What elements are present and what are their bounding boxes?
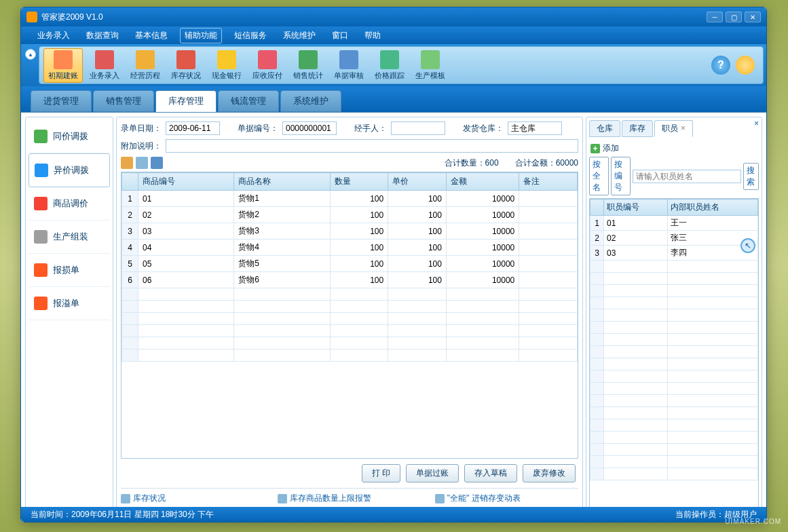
ribbon-item[interactable]: 价格跟踪 [371, 49, 409, 82]
quick-link[interactable]: 库存状况 [121, 493, 264, 504]
ribbon-label: 销售统计 [293, 71, 323, 81]
total-qty-value: 600 [485, 158, 499, 168]
sidebar-icon [34, 130, 48, 143]
grid-header[interactable]: 数量 [330, 173, 388, 191]
sidebar-item[interactable]: 商品调价 [29, 187, 110, 221]
table-row[interactable]: 101王一 [590, 216, 758, 231]
menu-item[interactable]: 数据查询 [82, 28, 123, 43]
table-row[interactable]: 303李四 [590, 246, 758, 261]
list-icon[interactable] [136, 157, 148, 169]
handler-input[interactable] [391, 121, 445, 135]
menu-item[interactable]: 基本信息 [131, 28, 172, 43]
refresh-icon[interactable] [736, 56, 755, 75]
search-button[interactable]: 搜索 [743, 163, 759, 190]
table-row[interactable]: 606货物610010010000 [122, 272, 578, 288]
discard-button[interactable]: 废弃修改 [523, 464, 576, 482]
sidebar-item[interactable]: 报溢单 [29, 287, 110, 320]
ribbon-icon [217, 50, 236, 69]
menu-item[interactable]: 辅助功能 [180, 28, 222, 43]
main-tab[interactable]: 库存管理 [155, 90, 217, 112]
filter-fullname-button[interactable]: 按全名 [589, 157, 609, 195]
handler-label: 经手人： [354, 123, 387, 134]
warehouse-input[interactable] [508, 121, 562, 135]
grid-header[interactable]: 商品编号 [138, 173, 234, 191]
note-input[interactable] [166, 139, 578, 153]
main-tab[interactable]: 销售管理 [93, 90, 154, 112]
table-row[interactable]: 101货物110010010000 [122, 191, 578, 207]
ribbon-item[interactable]: 初期建账 [43, 48, 83, 83]
help-icon[interactable]: ? [711, 56, 730, 75]
ribbon-item[interactable]: 库存状况 [167, 49, 205, 82]
ribbon-item[interactable]: 单据审核 [330, 49, 368, 82]
staff-grid[interactable]: 职员编号内部职员姓名101王一202张三303李四 ↖ [589, 198, 759, 521]
add-button[interactable]: + 添加 [589, 140, 759, 157]
close-button[interactable]: ✕ [745, 12, 761, 22]
building-icon[interactable] [121, 157, 133, 169]
sidebar-item[interactable]: 同价调拨 [29, 120, 110, 153]
ribbon-item[interactable]: 现金银行 [208, 49, 246, 82]
ribbon-item[interactable]: 业务录入 [86, 49, 124, 82]
table-row[interactable]: 404货物410010010000 [122, 240, 578, 256]
grid-header[interactable]: 备注 [519, 173, 578, 191]
grid-header[interactable]: 职员编号 [604, 200, 668, 216]
menu-item[interactable]: 业务录入 [33, 28, 74, 43]
menu-item[interactable]: 系统维护 [279, 28, 320, 43]
lookup-tab[interactable]: 仓库 [589, 120, 620, 137]
quick-link[interactable]: "全能" 进销存变动表 [435, 493, 578, 504]
print-button[interactable]: 打 印 [362, 464, 400, 482]
quick-link[interactable]: 库存商品数量上限报警 [278, 493, 421, 504]
link-label: 库存商品数量上限报警 [290, 493, 371, 504]
table-row[interactable]: 202货物210010010000 [122, 207, 578, 223]
watermark: UIMAKER.COM [725, 518, 781, 525]
main-tab[interactable]: 系统维护 [280, 90, 341, 112]
sidebar-item[interactable]: 异价调拨 [29, 153, 110, 187]
menubar: 业务录入数据查询基本信息辅助功能短信服务系统维护窗口帮助 [21, 26, 766, 44]
post-button[interactable]: 单据过账 [406, 464, 459, 482]
status-time: 当前时间：2009年06月11日 星期四 18时30分 下午 [31, 509, 214, 520]
ribbon-item[interactable]: 应收应付 [248, 49, 286, 82]
ribbon-collapse-icon[interactable]: ▲ [25, 49, 36, 60]
search-input[interactable] [633, 170, 741, 183]
person-icon[interactable] [151, 157, 163, 169]
date-input[interactable] [166, 121, 220, 135]
main-tab[interactable]: 钱流管理 [218, 90, 279, 112]
tab-close-icon[interactable]: × [681, 124, 686, 133]
table-row[interactable]: 303货物310010010000 [122, 223, 578, 240]
table-row[interactable]: 505货物510010010000 [122, 256, 578, 272]
ribbon-icon [258, 50, 277, 69]
link-label: 库存状况 [133, 493, 166, 504]
draft-button[interactable]: 存入草稿 [464, 464, 517, 482]
grid-header[interactable] [122, 173, 138, 191]
ribbon-item[interactable]: 生产模板 [411, 49, 449, 82]
minimize-button[interactable]: ─ [707, 12, 723, 22]
content-area: 同价调拨异价调拨商品调价生产组装报损单报溢单 录单日期： 单据编号： 经手人： … [21, 112, 766, 522]
app-logo-icon [26, 12, 37, 22]
total-qty-label: 合计数量： [445, 158, 485, 168]
docno-input[interactable] [282, 121, 337, 135]
arrow-up-icon[interactable]: ↖ [740, 238, 755, 253]
ribbon-item[interactable]: 经营历程 [126, 49, 164, 82]
menu-item[interactable]: 帮助 [360, 28, 385, 43]
lookup-tab[interactable]: 职员× [654, 120, 693, 137]
grid-header[interactable] [590, 200, 604, 216]
grid-header[interactable]: 内部职员姓名 [667, 200, 757, 216]
main-tab[interactable]: 进货管理 [31, 90, 92, 112]
menu-item[interactable]: 短信服务 [230, 28, 271, 43]
menu-item[interactable]: 窗口 [328, 28, 352, 43]
titlebar: 管家婆2009 V1.0 ─ ▢ ✕ [21, 7, 766, 26]
sidebar-item[interactable]: 生产组装 [29, 221, 110, 254]
panel-close-icon[interactable]: × [754, 119, 759, 128]
main-tabs-bar: 进货管理销售管理库存管理钱流管理系统维护 [21, 86, 766, 112]
maximize-button[interactable]: ▢ [726, 12, 742, 22]
ribbon-icon [339, 50, 358, 69]
sidebar-item[interactable]: 报损单 [29, 254, 110, 287]
ribbon-item[interactable]: 销售统计 [289, 49, 327, 82]
table-row[interactable]: 202张三 [590, 231, 758, 246]
lookup-tab[interactable]: 库存 [622, 120, 653, 137]
items-grid[interactable]: 商品编号商品名称数量单价金额备注101货物110010010000202货物21… [121, 172, 578, 459]
grid-header[interactable]: 金额 [446, 173, 519, 191]
filter-code-button[interactable]: 按编号 [611, 157, 631, 195]
ribbon-label: 价格跟踪 [375, 71, 405, 81]
grid-header[interactable]: 商品名称 [234, 173, 330, 191]
grid-header[interactable]: 单价 [388, 173, 447, 191]
